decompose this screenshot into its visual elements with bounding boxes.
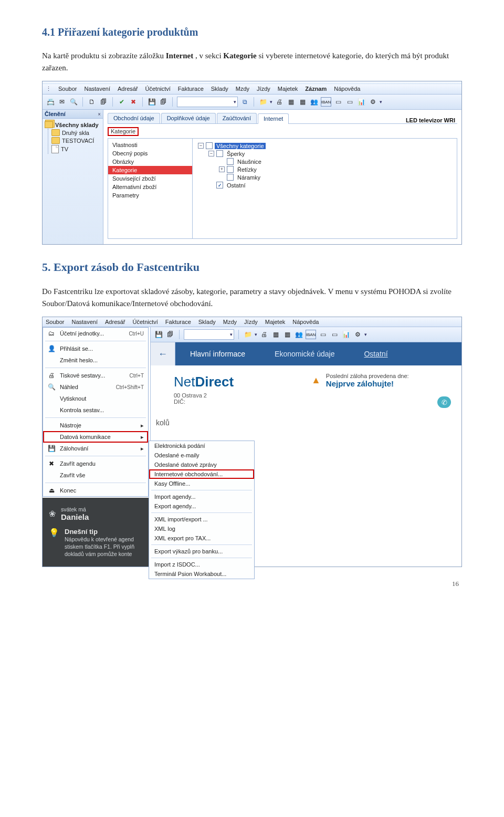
checkbox[interactable] <box>216 150 223 157</box>
submenu-item[interactable]: Export agendy... <box>149 501 254 511</box>
list-item[interactable]: Související zboží <box>108 174 192 183</box>
menu-item[interactable]: Kontrola sestav... <box>43 404 148 416</box>
menu-majetek[interactable]: Majetek <box>278 86 298 92</box>
submenu-item[interactable]: XML export pro TAX... <box>149 533 254 543</box>
submenu-item[interactable]: XML log <box>149 524 254 533</box>
list-item[interactable]: Obrázky <box>108 158 192 166</box>
menubar[interactable]: Soubor Nastavení Adresář Účetnictví Fakt… <box>43 317 461 327</box>
menu-item[interactable]: 🗂Účetní jednotky...Ctrl+U <box>43 328 148 339</box>
phone-badge[interactable]: ✆ <box>437 396 451 408</box>
menu-majetek[interactable]: Majetek <box>265 319 286 325</box>
menu-nastaveni[interactable]: Nastavení <box>84 86 110 92</box>
grid-icon[interactable]: ▦ <box>282 330 292 339</box>
tab-zauctovani[interactable]: Zaúčtování <box>217 113 257 123</box>
toolbar-icon[interactable]: ▭ <box>333 97 343 107</box>
toolbar-icon[interactable]: ✉ <box>57 97 67 107</box>
toolbar-combo[interactable] <box>177 97 238 107</box>
toolbar-icon[interactable]: 📊 <box>356 97 366 107</box>
toolbar-icon[interactable]: ▭ <box>330 330 339 339</box>
toolbar-icon[interactable]: 🗐 <box>99 97 108 107</box>
tree-root[interactable]: Všechny sklady <box>55 122 99 128</box>
print-icon[interactable]: 🖨 <box>275 97 284 107</box>
toolbar-icon[interactable]: 👥 <box>294 330 303 339</box>
menu-fakturace[interactable]: Fakturace <box>165 319 191 325</box>
expander-icon[interactable]: − <box>198 143 204 149</box>
tree-item[interactable]: TV <box>61 146 68 152</box>
submenu-item[interactable]: Internetové obchodování... <box>149 469 254 479</box>
submenu-item[interactable]: Export výkazů pro banku... <box>149 547 254 556</box>
menu-item[interactable]: ⏏Konec <box>43 485 148 496</box>
menu-item[interactable]: Vytisknout <box>43 393 148 404</box>
list-item-selected[interactable]: Kategorie <box>108 166 192 174</box>
menu-sklady[interactable]: Sklady <box>198 319 216 325</box>
menu-jizdy[interactable]: Jízdy <box>257 86 270 92</box>
submenu-item[interactable]: Terminál Psion Workabout... <box>149 569 254 579</box>
menu-sklady[interactable]: Sklady <box>211 86 228 92</box>
checkbox[interactable] <box>227 166 234 173</box>
checkbox[interactable] <box>227 158 234 165</box>
toolbar-icon[interactable]: 👥 <box>309 97 319 107</box>
tree-node[interactable]: Řetízky <box>236 166 258 173</box>
file-menu-dropdown[interactable]: 🗂Účetní jednotky...Ctrl+U👤Přihlásit se..… <box>43 327 149 497</box>
submenu-item[interactable]: Elektronická podání <box>149 441 254 451</box>
checkbox[interactable] <box>227 174 234 181</box>
menu-item[interactable]: 👤Přihlásit se... <box>43 343 148 354</box>
submenu-item[interactable]: Kasy Offline... <box>149 479 254 488</box>
menu-napoveda[interactable]: Nápověda <box>292 319 319 325</box>
checkbox[interactable] <box>206 142 213 149</box>
menu-fakturace[interactable]: Fakturace <box>178 86 204 92</box>
toolbar-combo[interactable] <box>184 329 234 340</box>
iban-icon[interactable]: IBAN <box>321 97 331 107</box>
tree-node[interactable]: Náušnice <box>236 159 263 165</box>
toolbar-icon[interactable]: ⚙ <box>368 97 377 107</box>
data-comm-submenu[interactable]: Elektronická podáníOdeslané e-mailyOdesl… <box>149 441 255 579</box>
folder-icon[interactable]: 📁 <box>243 330 253 339</box>
stores-tree[interactable]: Všechny sklady Druhý skla TESTOVACÍ TV <box>43 119 103 159</box>
menu-jizdy[interactable]: Jízdy <box>244 319 258 325</box>
tree-item[interactable]: Druhý skla <box>62 130 89 136</box>
check-icon[interactable]: ✔ <box>117 97 127 107</box>
menu-adresar[interactable]: Adresář <box>118 86 138 92</box>
submenu-item[interactable]: Odeslané e-maily <box>149 451 254 460</box>
menu-item[interactable]: ✖Zavřít agendu <box>43 458 148 469</box>
toolbar-icon[interactable]: 🗐 <box>165 330 175 339</box>
menu-nastaveni[interactable]: Nastavení <box>71 319 98 325</box>
grid-icon[interactable]: ▦ <box>271 330 280 339</box>
tree-node[interactable]: Náramky <box>236 174 262 181</box>
menu-item[interactable]: Zavřít vše <box>43 469 148 481</box>
menu-mzdy[interactable]: Mzdy <box>236 86 249 92</box>
toolbar-icon[interactable]: ▭ <box>318 330 328 339</box>
toolbar-icon[interactable]: ⧉ <box>240 97 249 107</box>
menu-mzdy[interactable]: Mzdy <box>223 319 237 325</box>
menu-ucetnictvi[interactable]: Účetnictví <box>145 86 171 92</box>
tree-root-all[interactable]: Všechny kategorie <box>215 143 266 149</box>
menu-item[interactable]: 🖨Tiskové sestavy...Ctrl+T <box>43 370 148 381</box>
tab-ekonomicke-udaje[interactable]: Ekonomické údaje <box>260 342 349 365</box>
toolbar-icon[interactable]: ⚙ <box>353 330 362 339</box>
new-doc-icon[interactable]: 🗋 <box>87 97 97 107</box>
tree-node[interactable]: Ostatní <box>225 182 247 188</box>
submenu-item[interactable]: Import agendy... <box>149 492 254 501</box>
save-icon[interactable]: 💾 <box>154 330 163 339</box>
toolbar-icon[interactable]: 🗐 <box>159 97 168 107</box>
menu-adresar[interactable]: Adresář <box>105 319 125 325</box>
iban-icon[interactable]: IBAN <box>306 330 316 339</box>
list-item[interactable]: Vlastnosti <box>108 141 192 149</box>
tree-node[interactable]: Šperky <box>225 151 246 157</box>
folder-icon[interactable]: 📁 <box>258 97 268 107</box>
expander-icon[interactable]: + <box>219 166 225 172</box>
menu-item[interactable]: Datová komunikace▸ <box>43 431 148 443</box>
tab-internet[interactable]: Internet <box>258 113 289 124</box>
submenu-item[interactable]: Import z ISDOC... <box>149 560 254 569</box>
grid-icon[interactable]: ▦ <box>298 97 307 107</box>
close-icon[interactable]: × <box>98 111 101 117</box>
menu-item[interactable]: 🔍NáhledCtrl+Shift+T <box>43 381 148 393</box>
submenu-item[interactable]: XML import/export ... <box>149 515 254 524</box>
toolbar-icon[interactable]: 🔍 <box>69 97 78 107</box>
list-item[interactable]: Obecný popis <box>108 149 192 158</box>
menu-item[interactable]: 💾Zálohování▸ <box>43 443 148 454</box>
toolbar-icon[interactable]: 📊 <box>341 330 351 339</box>
tree-item[interactable]: TESTOVACÍ <box>62 138 94 144</box>
menu-napoveda[interactable]: Nápověda <box>334 86 360 92</box>
print-icon[interactable]: 🖨 <box>259 330 269 339</box>
